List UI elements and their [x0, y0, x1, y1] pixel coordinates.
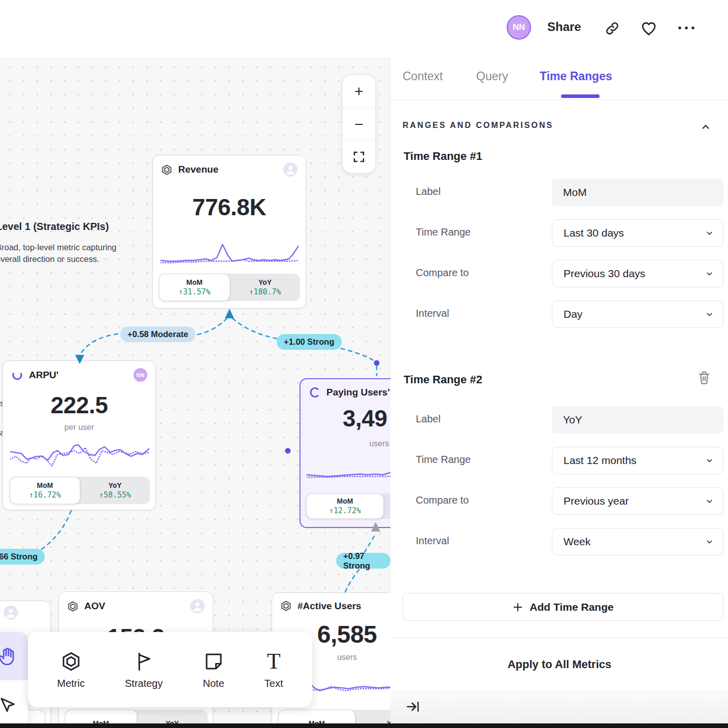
canvas-tool-column [0, 632, 28, 728]
hand-icon [0, 646, 17, 667]
comparison-value: ↑16.72% [29, 490, 61, 500]
connector-handle-dot[interactable] [374, 360, 380, 366]
select-value: Previous year [564, 495, 628, 507]
card-header: Paying Users' [301, 379, 390, 406]
correlation-badge[interactable]: 66 Strong [0, 549, 45, 565]
time-range-select-tr1[interactable]: Last 30 days [552, 219, 723, 247]
select-value: Last 30 days [564, 227, 624, 239]
tab-time-ranges[interactable]: Time Ranges [540, 70, 612, 83]
group-note-body-line1: Broad, top-level metric capturing [0, 242, 138, 253]
cursor-icon [0, 695, 17, 714]
correlation-badge[interactable]: +0.97 Strong [336, 553, 390, 569]
field-label: Time Range [416, 226, 471, 238]
yoy-toggle[interactable]: YoY ↑180.7% [230, 274, 300, 301]
copy-link-icon[interactable] [605, 21, 620, 36]
canvas-toolbar: Metric Strategy Note T Text [28, 632, 312, 707]
collapse-section-icon[interactable] [700, 121, 711, 133]
card-title: #Active Users [297, 601, 361, 612]
field-label: Interval [416, 535, 449, 547]
label-input-tr1[interactable] [552, 179, 723, 206]
metric-card-paying-users[interactable]: Paying Users' 3,49 users MoM ↑12.72% [300, 378, 390, 528]
favorite-heart-icon[interactable] [640, 20, 657, 37]
metric-card-revenue[interactable]: Revenue 776.8K MoM ↑31.57% YoY ↑180.7% [152, 155, 306, 309]
fit-view-button[interactable] [343, 140, 375, 173]
collapse-panel-icon[interactable] [406, 700, 420, 714]
panel-tabs: Context Query Time Ranges [390, 57, 728, 100]
correlation-badge[interactable]: +1.00 Strong [277, 334, 342, 350]
divider [390, 638, 728, 638]
compare-to-select-tr1[interactable]: Previous 30 days [552, 260, 723, 287]
tab-query[interactable]: Query [476, 70, 508, 83]
panel-footer [390, 692, 728, 723]
chevron-down-icon [705, 310, 714, 319]
interval-select-tr2[interactable]: Week [552, 528, 723, 555]
metric-tool[interactable]: Metric [57, 650, 85, 689]
delete-time-range-icon[interactable] [697, 370, 711, 385]
zoom-in-button[interactable]: + [343, 75, 375, 108]
owner-avatar-icon [283, 162, 297, 177]
note-icon [203, 650, 224, 673]
top-bar: NN Share [0, 0, 728, 57]
collaborator-badge: NN [134, 368, 147, 382]
yoy-toggle[interactable] [384, 493, 390, 519]
more-options-icon[interactable] [677, 24, 696, 31]
card-header: ARPU' NN [3, 361, 155, 389]
pan-hand-tool[interactable] [0, 632, 28, 680]
metric-unit: per user [3, 423, 155, 432]
add-time-range-button[interactable]: Add Time Range [403, 593, 723, 621]
interval-select-tr1[interactable]: Day [552, 301, 723, 328]
chevron-down-icon [705, 456, 714, 465]
comparison-toggle: MoM ↑31.57% YoY ↑180.7% [159, 274, 300, 301]
chevron-down-icon [705, 497, 714, 506]
sparkline [10, 437, 149, 476]
card-title: Revenue [178, 164, 218, 175]
user-avatar[interactable]: NN [507, 15, 531, 40]
owner-avatar-icon [4, 606, 18, 620]
zoom-out-button[interactable]: − [343, 108, 375, 141]
share-button[interactable]: Share [547, 20, 581, 34]
apply-to-all-metrics-button[interactable]: Apply to All Metrics [390, 658, 728, 671]
metric-hexagon-icon [161, 164, 173, 176]
select-cursor-tool[interactable] [0, 680, 28, 728]
compare-to-select-tr2[interactable]: Previous year [552, 487, 723, 515]
mom-toggle[interactable]: MoM ↑31.57% [159, 274, 230, 301]
field-label: Compare to [416, 267, 469, 279]
canvas-zoom-controls: + − [343, 75, 375, 173]
group-note: Level 1 (Strategic KPIs) Broad, top-leve… [0, 221, 138, 265]
sparkline [307, 454, 390, 486]
arrowhead-to-revenue [225, 309, 234, 318]
field-label: Time Range [416, 454, 471, 466]
correlation-badge[interactable]: +0.58 Moderate [120, 326, 195, 342]
metric-hexagon-icon [67, 601, 79, 612]
tab-context[interactable]: Context [403, 70, 443, 83]
time-range-1-title: Time Range #1 [404, 150, 482, 163]
text-tool[interactable]: T Text [264, 650, 283, 689]
comparison-toggle: MoM ↑12.72% [306, 493, 390, 519]
settings-panel: Context Query Time Ranges RANGES AND COM… [390, 57, 728, 723]
connector-handle-dot[interactable] [285, 448, 291, 454]
add-time-range-label: Add Time Range [530, 601, 613, 613]
loading-arc-icon [11, 369, 23, 381]
strategy-tool[interactable]: Strategy [125, 650, 162, 689]
label-input-tr2[interactable] [552, 406, 723, 434]
comparison-label: MoM [186, 278, 203, 286]
text-icon: T [267, 650, 281, 673]
mom-toggle[interactable]: MoM ↑16.72% [10, 477, 80, 504]
active-tab-indicator [561, 94, 600, 98]
select-value: Last 12 months [564, 454, 637, 467]
metric-value: 776.8K [153, 193, 306, 221]
field-label: Compare to [416, 494, 469, 506]
comparison-label: MoM [37, 481, 53, 489]
time-range-select-tr2[interactable]: Last 12 months [552, 447, 723, 474]
mom-toggle[interactable]: MoM ↑12.72% [306, 493, 384, 519]
card-title: Paying Users' [326, 387, 390, 398]
group-note-body-line2: overall direction or success. [0, 253, 138, 265]
field-label: Label [416, 186, 441, 197]
note-tool[interactable]: Note [203, 650, 224, 689]
yoy-toggle[interactable]: YoY ↑58.55% [80, 477, 150, 504]
tool-label: Metric [57, 678, 85, 689]
metric-card-arpu[interactable]: ARPU' NN 222.5 per user MoM ↑16.72% YoY … [3, 360, 156, 510]
select-value: Previous 30 days [564, 268, 645, 280]
metric-hexagon-icon [60, 650, 82, 673]
metric-tree-canvas[interactable]: Level 1 (Strategic KPIs) Broad, top-leve… [0, 57, 390, 728]
